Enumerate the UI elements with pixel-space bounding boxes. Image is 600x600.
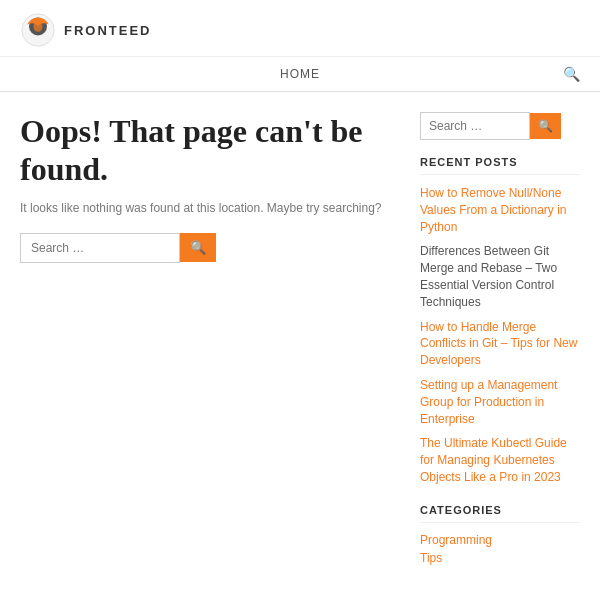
recent-post-link[interactable]: How to Handle Merge Conflicts in Git – T…: [420, 319, 580, 369]
sidebar-search-input[interactable]: [420, 112, 530, 140]
list-item: Setting up a Management Group for Produc…: [420, 377, 580, 427]
content-search-bar: 🔍: [20, 233, 390, 263]
recent-post-link[interactable]: Setting up a Management Group for Produc…: [420, 377, 580, 427]
nav-search-icon[interactable]: 🔍: [563, 66, 580, 83]
main-layout: Oops! That page can't be found. It looks…: [0, 92, 600, 589]
logo-area: FRONTEED: [20, 12, 152, 48]
recent-post-text: Differences Between Git Merge and Rebase…: [420, 244, 557, 308]
sidebar: 🔍 RECENT POSTS How to Remove Null/None V…: [420, 112, 580, 569]
categories-title: CATEGORIES: [420, 504, 580, 523]
categories-section: CATEGORIES Programming Tips: [420, 504, 580, 565]
category-programming[interactable]: Programming: [420, 533, 580, 547]
content-search-button[interactable]: 🔍: [180, 233, 216, 262]
nav: HOME 🔍: [0, 57, 600, 92]
sidebar-search-bar: 🔍: [420, 112, 580, 140]
sidebar-search-button[interactable]: 🔍: [530, 113, 561, 139]
recent-posts-title: RECENT POSTS: [420, 156, 580, 175]
list-item: Differences Between Git Merge and Rebase…: [420, 243, 580, 310]
page-subtitle: It looks like nothing was found at this …: [20, 201, 390, 215]
list-item: The Ultimate Kubectl Guide for Managing …: [420, 435, 580, 485]
nav-home-link[interactable]: HOME: [280, 67, 320, 81]
content-area: Oops! That page can't be found. It looks…: [20, 112, 390, 569]
recent-post-link[interactable]: The Ultimate Kubectl Guide for Managing …: [420, 435, 580, 485]
svg-point-2: [34, 21, 43, 32]
page-title: Oops! That page can't be found.: [20, 112, 390, 189]
recent-posts-section: RECENT POSTS How to Remove Null/None Val…: [420, 156, 580, 486]
category-tips[interactable]: Tips: [420, 551, 580, 565]
logo-icon: [20, 12, 56, 48]
content-search-input[interactable]: [20, 233, 180, 263]
header: FRONTEED: [0, 0, 600, 57]
list-item: How to Handle Merge Conflicts in Git – T…: [420, 319, 580, 369]
list-item: How to Remove Null/None Values From a Di…: [420, 185, 580, 235]
recent-post-link[interactable]: How to Remove Null/None Values From a Di…: [420, 185, 580, 235]
logo-text: FRONTEED: [64, 23, 152, 38]
